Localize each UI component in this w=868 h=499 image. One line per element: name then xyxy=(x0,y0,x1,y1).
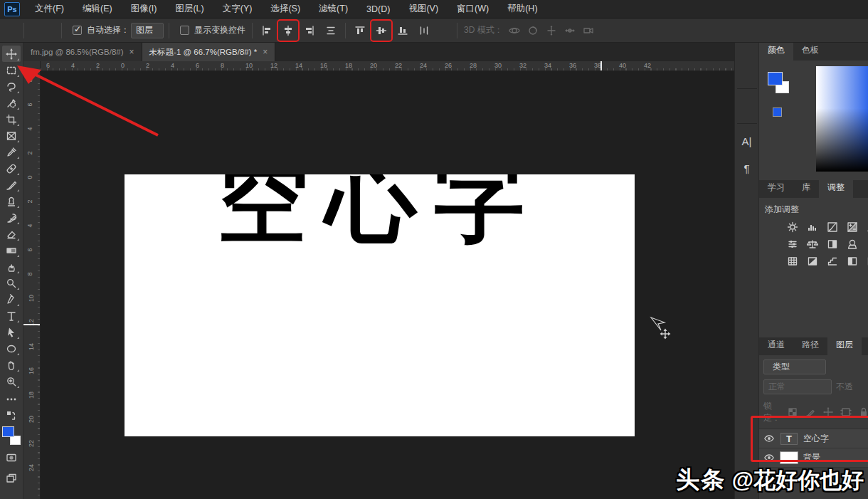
layer-filter-dropdown[interactable]: 类型 xyxy=(763,359,826,374)
quick-selection-tool[interactable] xyxy=(2,95,21,111)
history-panel-icon[interactable] xyxy=(737,61,757,81)
photo-filter-icon[interactable] xyxy=(845,238,860,251)
default-swap-colors-icon[interactable] xyxy=(2,407,21,424)
exposure-icon[interactable] xyxy=(845,221,860,233)
brush-tool[interactable] xyxy=(2,177,21,193)
blend-mode-dropdown[interactable]: 正常 xyxy=(763,379,832,394)
hue-saturation-icon[interactable] xyxy=(785,238,800,251)
black-white-icon[interactable] xyxy=(825,238,840,251)
adjustments-tab-调整[interactable]: 调整 xyxy=(819,178,853,198)
move-tool[interactable] xyxy=(2,46,21,62)
lock-all-icon[interactable] xyxy=(858,406,868,418)
type-tool[interactable] xyxy=(2,308,21,324)
zoom-tool[interactable] xyxy=(2,373,21,389)
lock-artboard-icon[interactable] xyxy=(840,406,852,418)
auto-select-target-dropdown[interactable]: 图层 xyxy=(131,23,164,38)
document-tab-0[interactable]: fm.jpg @ 86.5%(RGB/8#)× xyxy=(23,43,142,61)
color-lookup-icon[interactable] xyxy=(785,255,800,268)
screen-mode-icon[interactable] xyxy=(2,470,21,486)
paragraph-panel-icon[interactable]: ¶ xyxy=(737,158,757,178)
menu-item-8[interactable]: 视图(V) xyxy=(399,0,448,19)
edit-toolbar-icon[interactable] xyxy=(2,391,21,407)
gamut-color-swatch[interactable] xyxy=(773,107,782,117)
foreground-color-swatch[interactable] xyxy=(768,72,783,85)
gradient-tool[interactable] xyxy=(2,242,21,258)
more-align-options-icon[interactable] xyxy=(433,21,452,40)
align-right-edges-icon[interactable] xyxy=(300,21,319,40)
posterize-icon[interactable] xyxy=(825,255,840,268)
history-brush-tool[interactable] xyxy=(2,209,21,226)
menu-item-5[interactable]: 选择(S) xyxy=(261,0,309,19)
menu-item-0[interactable]: 文件(F) xyxy=(26,0,73,19)
vertical-ruler[interactable]: 8642024681012141618202224 xyxy=(23,71,41,499)
dodge-tool[interactable] xyxy=(2,275,21,291)
pen-tool[interactable] xyxy=(2,291,21,308)
horizontal-ruler[interactable]: 6420246810121416182022242628303234363840… xyxy=(41,61,734,71)
properties-panel-icon[interactable] xyxy=(737,96,757,116)
marquee-tool[interactable] xyxy=(2,62,21,78)
crop-tool[interactable] xyxy=(2,111,21,127)
lock-pixels-icon[interactable] xyxy=(805,406,816,418)
adjustments-tab-学习[interactable]: 学习 xyxy=(759,178,793,198)
healing-brush-tool[interactable] xyxy=(2,160,21,177)
close-tab-icon[interactable]: × xyxy=(263,47,268,57)
menu-item-7[interactable]: 3D(D) xyxy=(357,0,399,19)
layers-tab-图层[interactable]: 图层 xyxy=(827,335,862,355)
canvas-surround[interactable]: 空心字 xyxy=(41,71,734,499)
layer-thumbnail[interactable] xyxy=(780,451,798,464)
align-vertical-centers-icon[interactable] xyxy=(372,21,391,40)
foreground-color-swatch[interactable] xyxy=(2,426,14,437)
color-picker-field[interactable] xyxy=(816,66,868,172)
lock-position-icon[interactable] xyxy=(822,406,834,418)
character-panel-icon[interactable]: A| xyxy=(737,131,757,151)
lock-transparent-icon[interactable] xyxy=(787,406,798,418)
distribute-vertical-centers-icon[interactable] xyxy=(322,21,340,40)
vibrance-icon[interactable] xyxy=(864,221,868,233)
threshold-icon[interactable] xyxy=(845,255,860,268)
eraser-tool[interactable] xyxy=(2,226,21,242)
move-tool-option-icon[interactable] xyxy=(29,21,48,40)
eyedropper-tool[interactable] xyxy=(2,144,21,160)
align-left-edges-icon[interactable] xyxy=(258,21,276,40)
ellipse-tool[interactable] xyxy=(2,340,21,357)
color-tab-色板[interactable]: 色板 xyxy=(793,43,827,61)
layers-tab-路径[interactable]: 路径 xyxy=(793,335,827,355)
align-horizontal-centers-icon[interactable] xyxy=(279,21,297,40)
show-transform-checkbox[interactable] xyxy=(180,26,189,35)
distribute-horizontal-centers-icon[interactable] xyxy=(415,21,433,40)
layer-visibility-eye-icon[interactable] xyxy=(763,433,775,444)
menu-item-4[interactable]: 文字(Y) xyxy=(213,0,262,19)
layer-row-0[interactable]: T空心字 xyxy=(759,429,868,448)
menu-item-9[interactable]: 窗口(W) xyxy=(448,0,498,19)
auto-select-checkbox[interactable] xyxy=(73,26,82,35)
text-layer-thumbnail[interactable]: T xyxy=(780,433,798,445)
hand-tool[interactable] xyxy=(2,357,21,373)
home-icon[interactable] xyxy=(0,21,18,40)
menu-item-3[interactable]: 图层(L) xyxy=(166,0,213,19)
menu-item-10[interactable]: 帮助(H) xyxy=(498,0,546,19)
ruler-corner[interactable] xyxy=(23,61,41,71)
curves-icon[interactable] xyxy=(825,221,840,233)
path-selection-tool[interactable] xyxy=(2,324,21,340)
layer-visibility-eye-icon[interactable] xyxy=(763,452,775,463)
adjustments-tab-库[interactable]: 库 xyxy=(793,178,819,198)
close-tab-icon[interactable]: × xyxy=(129,47,134,57)
foreground-background-swatches[interactable] xyxy=(768,72,789,93)
quick-mask-icon[interactable] xyxy=(2,449,21,466)
gradient-map-icon[interactable] xyxy=(864,255,868,268)
frame-tool[interactable] xyxy=(2,127,21,144)
menu-item-2[interactable]: 图像(I) xyxy=(122,0,166,19)
layers-tab-通道[interactable]: 通道 xyxy=(759,335,793,355)
color-tab-颜色[interactable]: 颜色 xyxy=(759,43,793,61)
align-top-edges-icon[interactable] xyxy=(351,21,369,40)
levels-icon[interactable] xyxy=(805,221,820,233)
smudge-tool[interactable] xyxy=(2,258,21,275)
align-bottom-edges-icon[interactable] xyxy=(393,21,412,40)
document-canvas[interactable]: 空心字 xyxy=(125,174,635,436)
canvas-text-layer[interactable]: 空心字 xyxy=(125,174,635,248)
color-swatches[interactable] xyxy=(2,426,21,445)
channel-mixer-icon[interactable] xyxy=(864,238,868,251)
menu-item-6[interactable]: 滤镜(T) xyxy=(309,0,357,19)
clone-stamp-tool[interactable] xyxy=(2,193,21,209)
brightness-contrast-icon[interactable] xyxy=(785,221,800,233)
